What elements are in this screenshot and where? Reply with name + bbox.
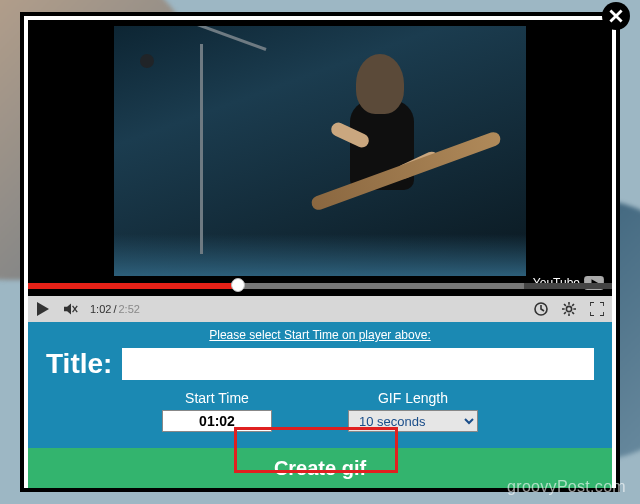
- time-display: 1:02/2:52: [90, 303, 140, 315]
- player-controls: 1:02/2:52: [28, 296, 612, 322]
- video-player[interactable]: YouTube: [28, 20, 612, 296]
- svg-line-7: [564, 304, 566, 306]
- elapsed-time: 1:02: [90, 303, 111, 315]
- watch-later-button[interactable]: [532, 300, 550, 318]
- gif-settings-panel: Please select Start Time on player above…: [28, 322, 612, 448]
- create-gif-label: Create gif: [274, 457, 366, 480]
- gif-maker-modal: YouTube 1:02/2:52 Please s: [20, 12, 620, 492]
- fullscreen-icon: [590, 302, 604, 316]
- svg-line-9: [572, 304, 574, 306]
- play-icon: [36, 302, 50, 316]
- settings-button[interactable]: [560, 300, 578, 318]
- gear-icon: [562, 302, 576, 316]
- progress-track[interactable]: [28, 276, 612, 296]
- close-button[interactable]: [602, 2, 630, 30]
- close-icon: [609, 9, 623, 23]
- play-button[interactable]: [34, 300, 52, 318]
- title-input[interactable]: [122, 348, 594, 380]
- clock-icon: [534, 302, 548, 316]
- svg-point-2: [566, 306, 571, 311]
- start-time-label: Start Time: [185, 390, 249, 406]
- hint-text: Please select Start Time on player above…: [28, 322, 612, 342]
- volume-muted-icon: [64, 302, 78, 316]
- svg-line-10: [564, 312, 566, 314]
- create-gif-button[interactable]: Create gif: [28, 448, 612, 488]
- video-frame: [114, 26, 526, 276]
- gif-length-label: GIF Length: [378, 390, 448, 406]
- gif-length-select[interactable]: 10 seconds: [348, 410, 478, 432]
- title-label: Title:: [46, 348, 112, 380]
- mute-button[interactable]: [62, 300, 80, 318]
- start-time-input[interactable]: [162, 410, 272, 432]
- total-duration: 2:52: [118, 303, 139, 315]
- fullscreen-button[interactable]: [588, 300, 606, 318]
- svg-line-8: [572, 312, 574, 314]
